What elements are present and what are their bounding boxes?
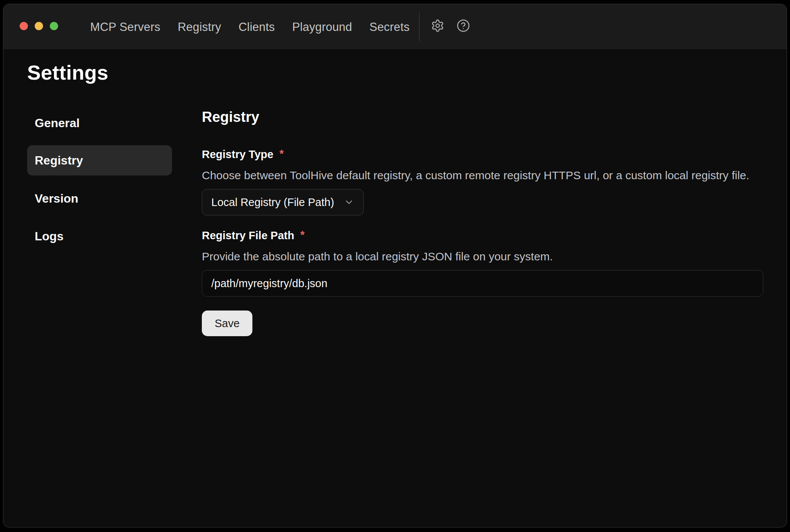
nav-item-secrets[interactable]: Secrets (369, 20, 410, 34)
sidebar-item-general[interactable]: General (27, 108, 172, 138)
top-nav: MCP Servers Registry Clients Playground … (90, 4, 410, 50)
registry-file-path-description: Provide the absolute path to a local reg… (202, 250, 553, 263)
registry-file-path-label-text: Registry File Path (202, 229, 294, 242)
page-title: Settings (27, 61, 108, 84)
sidebar-item-version[interactable]: Version (27, 183, 172, 214)
required-asterisk: * (300, 229, 304, 241)
registry-file-path-input[interactable] (202, 270, 763, 297)
help-icon[interactable] (456, 19, 470, 32)
registry-file-path-label: Registry File Path * (202, 229, 304, 242)
sidebar-item-logs[interactable]: Logs (27, 221, 172, 251)
nav-item-clients[interactable]: Clients (238, 20, 275, 34)
section-heading: Registry (202, 109, 259, 125)
registry-type-select[interactable]: Local Registry (File Path) (202, 189, 364, 215)
app-window: MCP Servers Registry Clients Playground … (3, 4, 787, 527)
save-button[interactable]: Save (202, 311, 252, 336)
registry-type-select-value: Local Registry (File Path) (211, 196, 334, 209)
registry-type-description: Choose between ToolHive default registry… (202, 169, 749, 182)
nav-item-registry[interactable]: Registry (178, 20, 221, 34)
minimize-window-icon[interactable] (35, 22, 43, 30)
gear-icon[interactable] (431, 19, 444, 32)
titlebar: MCP Servers Registry Clients Playground … (3, 4, 787, 50)
zoom-window-icon[interactable] (50, 22, 58, 30)
registry-type-label: Registry Type * (202, 148, 284, 161)
nav-item-playground[interactable]: Playground (292, 20, 352, 34)
registry-type-label-text: Registry Type (202, 148, 274, 161)
sidebar-item-registry[interactable]: Registry (27, 145, 172, 175)
titlebar-divider (419, 12, 420, 41)
chevron-down-icon (344, 197, 354, 208)
nav-item-mcp-servers[interactable]: MCP Servers (90, 20, 160, 34)
close-window-icon[interactable] (20, 22, 28, 30)
required-asterisk: * (280, 148, 284, 160)
